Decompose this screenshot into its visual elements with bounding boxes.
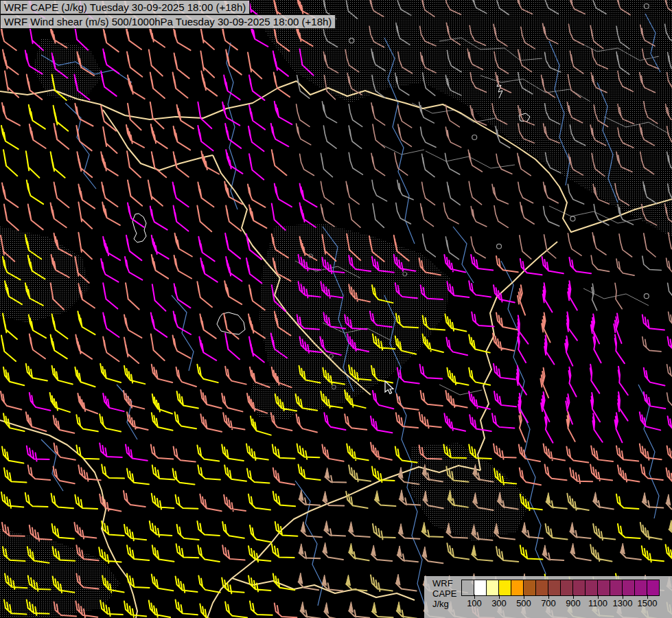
- legend-color-box: [499, 580, 511, 595]
- legend-color-box: [474, 580, 487, 595]
- legend-label-variable: CAPE: [432, 588, 456, 599]
- legend-tick-label: 1500: [632, 598, 662, 608]
- legend-color-box: [647, 580, 659, 595]
- legend-color-box: [524, 580, 536, 595]
- legend-color-box: [536, 580, 548, 595]
- legend-color-box: [635, 580, 647, 595]
- legend-color-box: [548, 580, 561, 595]
- weather-map-svg: [0, 0, 672, 618]
- title-cape: WRF CAPE (J/kg) Tuesday 30-09-2025 18:00…: [0, 0, 250, 14]
- title-wind-shear: WRF Wind shear (m/s) 500/1000hPa Tuesday…: [0, 14, 336, 29]
- legend-color-box: [586, 580, 598, 595]
- legend-colorbar: [461, 580, 660, 596]
- legend-color-box: [511, 580, 524, 595]
- map-canvas[interactable]: WRF CAPE (J/kg) Tuesday 30-09-2025 18:00…: [0, 0, 672, 618]
- legend-color-box: [462, 580, 474, 595]
- legend-color-box: [487, 580, 499, 595]
- legend-label-model: WRF: [432, 578, 456, 588]
- legend-color-box: [610, 580, 623, 595]
- legend-color-box: [598, 580, 610, 595]
- legend-color-box: [573, 580, 586, 595]
- cape-legend: WRF CAPE J/kg 10030050070090011001300150…: [424, 576, 672, 618]
- legend-labels: WRF CAPE J/kg: [432, 578, 456, 609]
- legend-color-box: [623, 580, 635, 595]
- legend-label-unit: J/kg: [432, 599, 456, 609]
- legend-color-box: [561, 580, 573, 595]
